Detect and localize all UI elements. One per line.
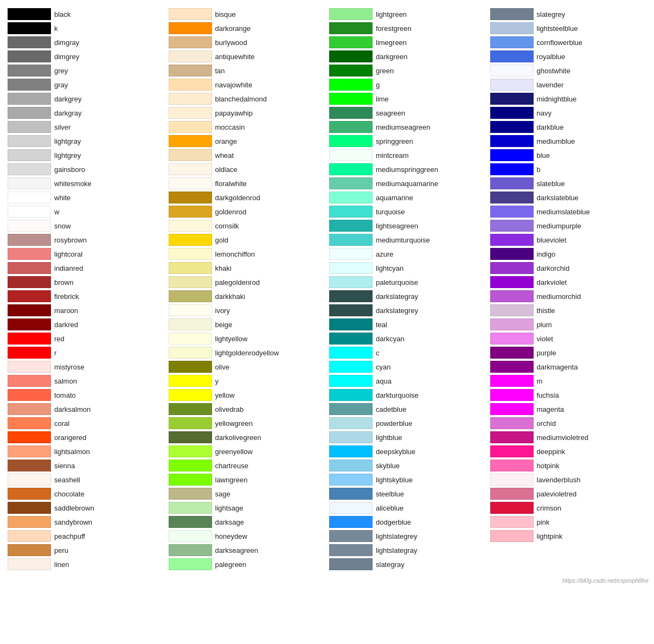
color-swatch (329, 516, 373, 528)
color-swatch (8, 163, 51, 175)
color-row: deeppink (490, 445, 647, 458)
color-name-label: steelblue (376, 490, 404, 498)
color-row: lawngreen (169, 473, 325, 486)
color-swatch (490, 121, 534, 133)
color-name-label: deepskyblue (376, 448, 415, 456)
color-swatch (329, 530, 373, 542)
color-name-label: moccasin (215, 123, 245, 131)
color-name-label: lightgreen (376, 10, 407, 18)
column-1: blackkdimgraydimgreygreygraydarkgreydark… (5, 5, 166, 573)
color-name-label: salmon (54, 377, 77, 385)
color-name-label: snow (54, 222, 70, 230)
color-name-label: blanchedalmond (215, 95, 267, 103)
color-name-label: cyan (376, 363, 390, 371)
color-name-label: aliceblue (376, 504, 403, 512)
color-name-label: sage (215, 490, 230, 498)
color-swatch (8, 36, 51, 48)
color-swatch (169, 149, 212, 161)
color-row: dimgray (8, 36, 164, 49)
color-name-label: aquamarine (376, 194, 413, 202)
color-row: skyblue (329, 459, 486, 472)
footer-url: https://bl0g.csdn.net/csproph8he (5, 577, 649, 584)
color-name-label: peachpuff (54, 532, 85, 540)
color-row: gold (169, 233, 325, 246)
color-name-label: olive (215, 363, 230, 371)
color-name-label: lightgray (54, 137, 81, 145)
color-name-label: lavender (537, 81, 564, 89)
color-row: darkblue (490, 120, 647, 133)
color-row: oldlace (169, 163, 325, 176)
color-swatch (329, 403, 373, 415)
color-name-label: darkred (54, 321, 78, 329)
color-swatch (169, 177, 212, 189)
color-swatch (329, 163, 373, 175)
color-swatch (169, 389, 212, 401)
color-swatch (490, 403, 534, 415)
color-name-label: bisque (215, 10, 236, 18)
color-name-label: firebrick (54, 292, 79, 301)
color-name-label: darkolivegreen (215, 433, 261, 442)
color-row: forestgreen (329, 22, 486, 35)
color-name-label: olivedrab (215, 405, 244, 413)
color-row: peachpuff (8, 530, 164, 543)
color-name-label: mediumseagreen (376, 123, 430, 131)
color-name-label: pink (537, 518, 550, 526)
color-row: dodgerblue (329, 515, 486, 528)
color-row: lightsalmon (8, 445, 164, 458)
color-swatch (169, 417, 212, 429)
color-row: r (8, 346, 164, 359)
color-swatch (169, 516, 212, 528)
color-swatch (8, 220, 51, 232)
color-name-label: darkgray (54, 109, 82, 117)
color-swatch (490, 177, 534, 189)
color-row: olive (169, 360, 325, 373)
color-swatch (169, 22, 212, 34)
color-swatch (490, 417, 534, 429)
color-row: palegreen (169, 558, 325, 571)
color-name-label: seagreen (376, 109, 405, 117)
color-row: lightskyblue (329, 473, 486, 486)
color-name-label: darkcyan (376, 335, 405, 343)
color-swatch (490, 460, 534, 471)
color-swatch (329, 276, 373, 288)
color-name-label: chartreuse (215, 462, 248, 470)
color-row: darkred (8, 318, 164, 331)
color-row: mediumorchid (490, 290, 647, 303)
color-row: goldenrod (169, 205, 325, 218)
color-row: cadetblue (329, 403, 486, 416)
color-swatch (8, 558, 51, 570)
color-swatch (8, 121, 51, 133)
column-3: lightgreenforestgreenlimegreendarkgreeng… (327, 5, 488, 573)
color-grid: blackkdimgraydimgreygreygraydarkgreydark… (5, 5, 649, 573)
color-row: ghostwhite (490, 64, 647, 77)
color-swatch (329, 361, 373, 373)
color-swatch (8, 530, 51, 542)
color-name-label: sandybrown (54, 518, 92, 526)
color-name-label: maroon (54, 307, 78, 315)
color-swatch (8, 192, 51, 203)
color-row: lightgrey (8, 149, 164, 162)
color-row: royalblue (490, 50, 647, 63)
color-swatch (169, 460, 212, 471)
color-swatch (490, 93, 534, 105)
color-row: maroon (8, 304, 164, 317)
color-swatch (8, 149, 51, 161)
color-swatch (490, 220, 534, 232)
color-row: m (490, 374, 647, 387)
color-swatch (490, 206, 534, 218)
color-row: lightslategrey (329, 530, 486, 543)
color-name-label: lightslategrey (376, 532, 418, 540)
color-swatch (8, 248, 51, 260)
color-name-label: thistle (537, 307, 555, 315)
color-name-label: brown (54, 278, 73, 286)
color-row: salmon (8, 374, 164, 387)
color-name-label: lightslategray (376, 546, 418, 554)
color-swatch (169, 474, 212, 486)
color-row: yellowgreen (169, 417, 325, 430)
color-swatch (169, 234, 212, 246)
color-row: floralwhite (169, 177, 325, 190)
color-swatch (329, 22, 373, 34)
color-swatch (490, 192, 534, 203)
color-name-label: dodgerblue (376, 518, 411, 526)
color-swatch (8, 8, 51, 20)
